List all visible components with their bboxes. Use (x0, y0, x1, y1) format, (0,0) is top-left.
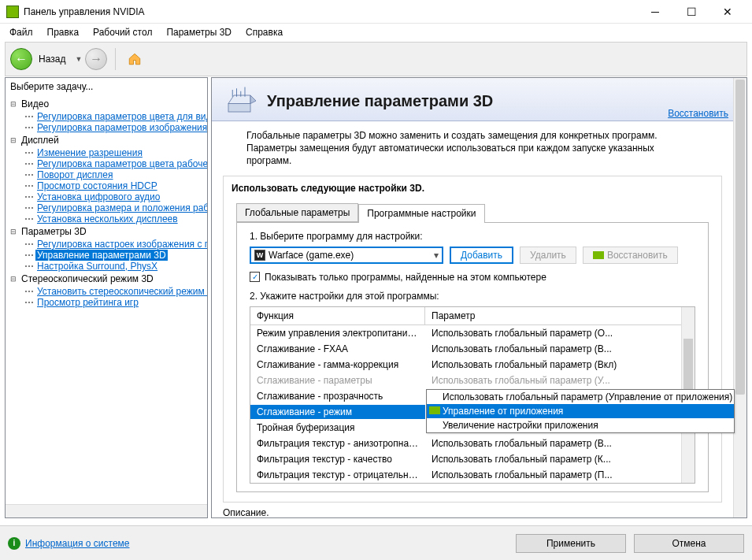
feature-cell: Сглаживание - FXAA (250, 342, 425, 356)
tree-item[interactable]: ⋯Изменение разрешения (6, 147, 207, 158)
home-button[interactable] (124, 48, 146, 70)
hero-banner: Управление параметрами 3D Восстановить (212, 78, 733, 121)
chevron-down-icon: ▾ (434, 250, 439, 261)
cancel-button[interactable]: Отмена (634, 534, 744, 553)
feature-cell: Сглаживание - прозрачность (250, 389, 425, 403)
col-feature[interactable]: Функция (250, 307, 425, 325)
table-row[interactable]: Фильтрация текстур - качествоИспользоват… (250, 451, 695, 467)
tree-item[interactable]: ⋯Настройка Surround, PhysX (6, 261, 207, 272)
table-row[interactable]: Фильтрация текстур - анизотропная оп...И… (250, 436, 695, 451)
feature-cell: Сглаживание - гамма-коррекция (250, 358, 425, 372)
task-tree: ⊟Видео ⋯Регулировка параметров цвета для… (6, 95, 207, 517)
table-header: Функция Параметр (250, 307, 695, 325)
program-icon: W (254, 250, 265, 261)
table-row[interactable]: Сглаживание - FXAAИспользовать глобальны… (250, 341, 695, 357)
tree-group-stereo[interactable]: ⊟Стереоскопический режим 3D (6, 272, 207, 286)
param-cell[interactable]: Использовать глобальный параметр (К... (425, 452, 695, 466)
program-select[interactable]: W Warface (game.exe) ▾ (250, 247, 443, 264)
footer: i Информация о системе Применить Отмена (0, 525, 752, 560)
content-vertical-scrollbar[interactable] (733, 78, 746, 517)
menu-edit[interactable]: Правка (41, 25, 86, 39)
tree-item[interactable]: ⋯Установка цифрового аудио (6, 191, 207, 202)
param-cell[interactable]: Использовать глобальный параметр (У... (425, 373, 695, 388)
arrow-left-icon: ← (15, 52, 28, 66)
feature-cell: Фильтрация текстур - качество (250, 452, 425, 466)
tree-item[interactable]: ⋯Установить стереоскопический режим 3D (6, 286, 207, 297)
dropdown-arrow-icon[interactable]: ▼ (75, 55, 82, 63)
tree-item[interactable]: ⋯Просмотр рейтинга игр (6, 297, 207, 308)
menu-desktop[interactable]: Рабочий стол (87, 25, 158, 39)
tree-group-3d[interactable]: ⊟Параметры 3D (6, 224, 207, 239)
page-description: Глобальные параметры 3D можно заменить и… (212, 121, 733, 176)
tree-item[interactable]: ⋯Регулировка параметров цвета рабочего с… (6, 158, 207, 169)
table-row[interactable]: Фильтрация текстур - отрицательное о...И… (250, 467, 695, 482)
group-title: Использовать следующие настройки 3D. (224, 176, 721, 195)
back-button[interactable]: ← (10, 48, 32, 70)
toolbar-divider (115, 48, 116, 70)
sidebar: Выберите задачу... ⊟Видео ⋯Регулировка п… (5, 77, 208, 518)
collapse-icon[interactable]: ⊟ (9, 99, 18, 109)
tree-group-video[interactable]: ⊟Видео (6, 97, 207, 111)
tree-item[interactable]: ⋯Поворот дисплея (6, 169, 207, 180)
restore-defaults-link[interactable]: Восстановить (668, 108, 728, 119)
apply-button[interactable]: Применить (516, 534, 626, 553)
feature-cell: Фильтрация текстур - анизотропная оп... (250, 436, 425, 451)
menu-file[interactable]: Файл (3, 25, 39, 39)
tree-item[interactable]: ⋯Регулировка параметров изображения для … (6, 122, 207, 133)
hero-3d-icon (223, 84, 256, 117)
program-select-value: Warface (game.exe) (269, 250, 354, 261)
table-row[interactable]: Сглаживание - гамма-коррекцияИспользоват… (250, 357, 695, 373)
param-cell[interactable]: Использовать глобальный параметр (В... (425, 436, 695, 451)
menu-help[interactable]: Справка (239, 25, 289, 39)
dropdown-option-selected[interactable]: Управление от приложения (427, 404, 734, 418)
dropdown-option[interactable]: Увеличение настройки приложения (427, 418, 734, 432)
show-only-found-checkbox[interactable]: ✓ (250, 272, 260, 282)
back-label: Назад (35, 54, 72, 65)
checkbox-label: Показывать только программы, найденные н… (265, 272, 546, 283)
tree-group-display[interactable]: ⊟Дисплей (6, 133, 207, 147)
aa-mode-dropdown-popup: Использовать глобальный параметр (Управл… (426, 389, 735, 433)
tab-program[interactable]: Программные настройки (358, 204, 484, 223)
feature-cell: Тройная буферизация (250, 421, 425, 435)
forward-button[interactable]: → (85, 48, 107, 70)
step2-label: 2. Укажите настройки для этой программы: (250, 291, 695, 302)
param-cell[interactable]: Использовать глобальный параметр (В... (425, 342, 695, 356)
tree-item[interactable]: ⋯Регулировка настроек изображения с прос… (6, 239, 207, 250)
param-cell[interactable]: Использовать глобальный параметр (П... (425, 468, 695, 482)
menu-3d-params[interactable]: Параметры 3D (160, 25, 238, 39)
menubar: Файл Правка Рабочий стол Параметры 3D Сп… (0, 24, 752, 41)
add-button[interactable]: Добавить (450, 247, 513, 264)
tree-item[interactable]: ⋯Просмотр состояния HDCP (6, 180, 207, 191)
sidebar-horizontal-scrollbar[interactable] (6, 504, 207, 517)
param-cell[interactable]: Использовать глобальный параметр (Вкл) (425, 358, 695, 372)
tab-body: 1. Выберите программу для настройки: W W… (236, 222, 709, 492)
tree-item[interactable]: ⋯Регулировка параметров цвета для видео (6, 111, 207, 122)
table-row[interactable]: Сглаживание - параметрыИспользовать глоб… (250, 373, 695, 388)
dropdown-option[interactable]: Использовать глобальный параметр (Управл… (427, 390, 734, 404)
content-panel: Управление параметрами 3D Восстановить Г… (211, 77, 747, 518)
col-param[interactable]: Параметр (425, 307, 695, 325)
param-cell[interactable]: Использовать глобальный параметр (О... (425, 326, 695, 340)
nvidia-logo-icon (593, 251, 604, 259)
system-info-link[interactable]: Информация о системе (25, 538, 129, 549)
tree-item[interactable]: ⋯Регулировка размера и положения рабочег… (6, 202, 207, 213)
table-row[interactable]: Режим управления электропитаниемИспользо… (250, 325, 695, 341)
tab-global[interactable]: Глобальные параметры (236, 203, 358, 222)
scrollbar-thumb[interactable] (735, 80, 745, 395)
titlebar: Панель управления NVIDIA ─ ☐ ✕ (0, 0, 752, 24)
close-button[interactable]: ✕ (709, 0, 746, 24)
tree-item-selected[interactable]: ⋯Управление параметрами 3D (6, 250, 207, 261)
settings-group: Использовать следующие настройки 3D. Гло… (223, 176, 722, 503)
sidebar-header: Выберите задачу... (6, 78, 207, 95)
collapse-icon[interactable]: ⊟ (9, 227, 18, 236)
minimize-button[interactable]: ─ (637, 0, 673, 24)
nvidia-app-icon (6, 6, 19, 18)
collapse-icon[interactable]: ⊟ (9, 135, 18, 145)
feature-cell: Фильтрация текстур - отрицательное о... (250, 468, 425, 482)
step1-label: 1. Выберите программу для настройки: (250, 231, 695, 242)
tree-item[interactable]: ⋯Установка нескольких дисплеев (6, 213, 207, 224)
maximize-button[interactable]: ☐ (673, 0, 709, 24)
toolbar: ← Назад ▼ → (5, 42, 747, 76)
home-icon (128, 52, 142, 66)
collapse-icon[interactable]: ⊟ (9, 274, 18, 284)
